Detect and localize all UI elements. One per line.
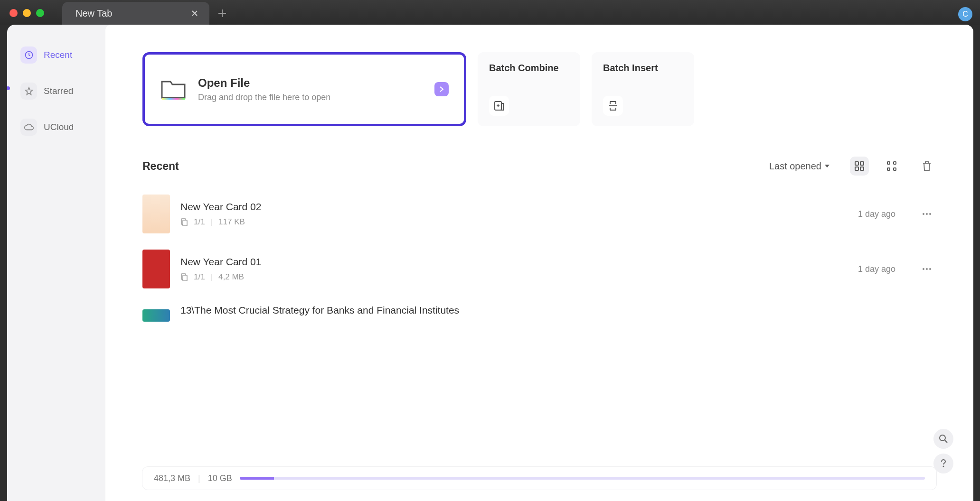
sidebar-item-label: Starred (44, 86, 73, 96)
open-file-go-button[interactable] (434, 82, 449, 96)
file-thumbnail (142, 309, 170, 322)
close-window-button[interactable] (9, 9, 18, 17)
svg-point-20 (929, 268, 931, 270)
svg-point-22 (943, 466, 944, 467)
sidebar-item-label: UCloud (44, 122, 74, 132)
svg-point-19 (926, 268, 928, 270)
svg-point-15 (929, 213, 931, 215)
tab-new-tab[interactable]: New Tab (62, 2, 209, 25)
search-icon (939, 434, 948, 444)
sidebar: Recent Starred UCloud (7, 25, 105, 501)
help-button[interactable] (933, 454, 953, 473)
sort-label: Last opened (769, 161, 821, 172)
file-thumbnail (142, 250, 170, 288)
window-controls (5, 2, 49, 17)
file-row[interactable]: New Year Card 02 1/1 | 117 KB 1 day ago (142, 195, 936, 233)
view-small-button[interactable] (882, 157, 901, 176)
file-date: 1 day ago (829, 209, 895, 219)
combine-icon (489, 96, 509, 116)
cloud-icon (20, 119, 37, 136)
minimize-window-button[interactable] (23, 9, 31, 17)
svg-point-14 (926, 213, 928, 215)
storage-progress-fill (240, 477, 274, 480)
file-pages: 1/1 (194, 217, 205, 227)
open-file-title: Open File (198, 76, 330, 90)
file-pages: 1/1 (194, 272, 205, 282)
search-button[interactable] (933, 429, 953, 449)
batch-insert-label: Batch Insert (603, 63, 683, 74)
batch-combine-label: Batch Combine (489, 63, 569, 74)
svg-rect-8 (894, 162, 896, 164)
file-row[interactable]: 13\The Most Crucial Strategy for Banks a… (142, 305, 936, 322)
sidebar-item-label: Recent (44, 50, 72, 60)
storage-progress (240, 477, 925, 480)
svg-point-21 (940, 435, 945, 441)
grid-large-icon (855, 161, 864, 171)
file-name: New Year Card 02 (180, 201, 819, 213)
storage-bar: 481,3 MB | 10 GB (142, 467, 936, 490)
folder-icon (160, 77, 187, 102)
clock-icon (20, 46, 37, 64)
svg-rect-10 (894, 168, 896, 170)
trash-icon (922, 161, 932, 171)
sidebar-item-starred[interactable]: Starred (15, 78, 98, 104)
svg-point-13 (923, 213, 924, 215)
svg-rect-1 (162, 98, 185, 100)
file-more-button[interactable] (917, 268, 936, 270)
batch-combine-card[interactable]: Batch Combine (478, 52, 580, 126)
storage-total: 10 GB (208, 473, 232, 483)
svg-rect-4 (860, 162, 864, 165)
file-row[interactable]: New Year Card 01 1/1 | 4,2 MB 1 day ago (142, 250, 936, 288)
sort-dropdown[interactable]: Last opened (763, 157, 837, 176)
file-thumbnail (142, 195, 170, 233)
titlebar: New Tab C (0, 0, 980, 25)
document-icon (180, 273, 188, 281)
help-icon (941, 459, 946, 468)
file-date: 1 day ago (829, 264, 895, 274)
section-heading: Recent (142, 160, 179, 173)
grid-small-icon (887, 161, 896, 171)
file-list: New Year Card 02 1/1 | 117 KB 1 day ago (105, 185, 973, 322)
trash-button[interactable] (917, 157, 936, 176)
sidebar-item-recent[interactable]: Recent (15, 42, 98, 68)
storage-used: 481,3 MB (154, 473, 190, 483)
tab-label: New Tab (75, 8, 112, 19)
avatar[interactable]: C (958, 7, 972, 21)
fullscreen-window-button[interactable] (36, 9, 44, 17)
file-name: New Year Card 01 (180, 256, 819, 268)
more-icon (922, 268, 932, 270)
chevron-down-icon (824, 164, 830, 168)
new-tab-button[interactable] (209, 2, 235, 25)
svg-point-18 (923, 268, 924, 270)
svg-rect-9 (887, 168, 890, 170)
svg-rect-7 (887, 162, 890, 164)
svg-rect-3 (855, 162, 858, 165)
file-size: 4,2 MB (218, 272, 244, 282)
main-content: Open File Drag and drop the file here to… (105, 25, 973, 501)
star-icon (20, 83, 37, 100)
file-more-button[interactable] (917, 213, 936, 215)
open-file-card[interactable]: Open File Drag and drop the file here to… (142, 52, 466, 126)
svg-rect-12 (183, 220, 187, 226)
insert-icon (603, 96, 623, 116)
sidebar-item-ucloud[interactable]: UCloud (15, 114, 98, 140)
more-icon (922, 213, 932, 215)
close-tab-button[interactable] (188, 8, 201, 19)
file-size: 117 KB (218, 217, 245, 227)
svg-rect-5 (855, 167, 858, 170)
svg-rect-17 (183, 275, 187, 281)
avatar-initial: C (962, 10, 968, 19)
file-name: 13\The Most Crucial Strategy for Banks a… (180, 305, 936, 316)
open-file-subtitle: Drag and drop the file here to open (198, 93, 330, 102)
svg-rect-6 (860, 167, 864, 170)
batch-insert-card[interactable]: Batch Insert (592, 52, 694, 126)
view-large-button[interactable] (850, 157, 869, 176)
document-icon (180, 218, 188, 226)
